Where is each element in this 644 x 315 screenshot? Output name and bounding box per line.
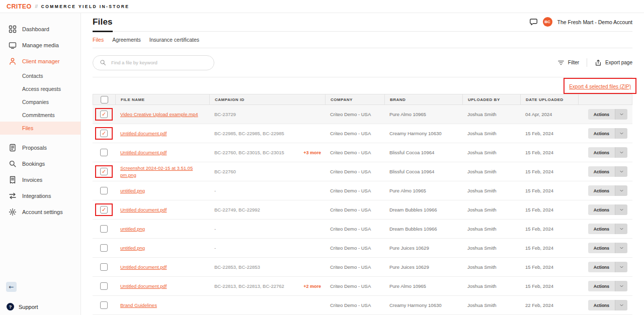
brand-cell: Pure Almo 10965: [384, 105, 462, 124]
actions-button[interactable]: Actions: [588, 281, 615, 291]
sidebar-item-contacts[interactable]: Contacts: [0, 69, 80, 82]
actions-button[interactable]: Actions: [588, 147, 615, 158]
date-uploaded-cell: 15 Feb, 2024: [520, 162, 578, 181]
file-link[interactable]: Video Creative Upload example.mp4: [120, 111, 198, 118]
actions-button[interactable]: Actions: [588, 300, 615, 310]
more-campaigns-link[interactable]: +3 more: [303, 150, 321, 155]
actions-dropdown-toggle[interactable]: [615, 300, 627, 310]
actions-button[interactable]: Actions: [588, 224, 615, 234]
sidebar-item-proposals[interactable]: Proposals: [0, 140, 80, 156]
actions-dropdown-toggle[interactable]: [615, 204, 627, 215]
criteo-logo[interactable]: CRITEO: [7, 3, 32, 10]
filter-button[interactable]: Filter: [557, 59, 579, 66]
date-uploaded-cell: 15 Feb, 2024: [520, 220, 578, 238]
file-link[interactable]: untitled.png: [120, 226, 145, 232]
sidebar-item-access-requests[interactable]: Access requests: [0, 82, 80, 95]
column-header-date-uploaded[interactable]: DATE UPLOADED: [521, 94, 579, 104]
actions-cell: Actions: [578, 200, 632, 219]
row-checkbox[interactable]: [100, 130, 108, 137]
sidebar-item-dashboard[interactable]: Dashboard: [0, 21, 80, 37]
file-link[interactable]: Untitled document.pdf: [120, 264, 167, 270]
sidebar-item-invoices[interactable]: Invoices: [0, 172, 80, 188]
file-link[interactable]: Brand Guidelines: [120, 302, 157, 308]
collapse-sidebar-button[interactable]: ←: [6, 282, 17, 292]
search-box: [93, 55, 214, 70]
row-checkbox[interactable]: [100, 168, 108, 175]
sidebar-item-files[interactable]: Files: [0, 122, 80, 135]
actions-dropdown-toggle[interactable]: [615, 224, 627, 234]
sidebar-item-label: Commitments: [22, 112, 55, 118]
tab-insurance-certificates[interactable]: Insurance certificates: [149, 37, 199, 43]
actions-dropdown-toggle[interactable]: [615, 281, 627, 291]
chevron-down-icon: [619, 265, 624, 269]
row-checkbox[interactable]: [100, 282, 108, 290]
tab-agreements[interactable]: Agreements: [112, 37, 141, 43]
row-checkbox[interactable]: [100, 225, 108, 233]
sidebar-item-commitments[interactable]: Commitments: [0, 109, 80, 122]
more-campaigns-link[interactable]: +2 more: [303, 284, 321, 289]
brand-cell: Pure Juices 10629: [384, 239, 462, 257]
actions-button[interactable]: Actions: [588, 185, 615, 196]
actions-button[interactable]: Actions: [588, 109, 615, 120]
file-link[interactable]: untitled.png: [120, 245, 145, 251]
file-link[interactable]: Untitled document.pdf: [120, 283, 167, 289]
file-link[interactable]: Untitled document.pdf: [120, 149, 167, 156]
row-checkbox[interactable]: [100, 149, 108, 156]
actions-dropdown-toggle[interactable]: [615, 109, 627, 120]
actions-button[interactable]: Actions: [588, 166, 615, 177]
actions-dropdown-toggle[interactable]: [615, 128, 627, 139]
campaign-id-cell: BC-22760: [209, 162, 325, 181]
brand-cell: Creamy Harmony 10630: [384, 296, 462, 314]
row-checkbox[interactable]: [100, 301, 108, 309]
sidebar-nav: DashboardManage mediaClient managerConta…: [0, 21, 80, 220]
avatar[interactable]: BC: [543, 17, 552, 27]
column-header-uploaded-by[interactable]: UPLOADED BY: [463, 94, 521, 104]
sidebar-item-account-settings[interactable]: Account settings: [0, 204, 80, 220]
row-checkbox[interactable]: [100, 187, 108, 194]
chat-icon[interactable]: [529, 18, 538, 26]
sidebar-item-bookings[interactable]: Bookings: [0, 156, 80, 172]
actions-button[interactable]: Actions: [588, 204, 615, 215]
actions-dropdown-toggle[interactable]: [615, 147, 627, 158]
product-name: COMMERCE YIELD IN-STORE: [41, 4, 130, 9]
actions-button[interactable]: Actions: [588, 262, 615, 272]
actions-dropdown-toggle[interactable]: [615, 185, 627, 196]
chevron-down-icon: [619, 131, 624, 136]
column-header-company[interactable]: COMPANY: [326, 94, 385, 104]
row-checkbox[interactable]: [100, 111, 108, 118]
sidebar-item-companies[interactable]: Companies: [0, 95, 80, 109]
tab-files[interactable]: Files: [93, 37, 104, 43]
campaign-ids: BC-22813, BC-22813, BC-22762: [214, 283, 284, 289]
select-all-checkbox[interactable]: [101, 96, 108, 103]
actions-button[interactable]: Actions: [588, 128, 615, 139]
column-header-brand[interactable]: BRAND: [385, 94, 463, 104]
search-input[interactable]: [110, 59, 207, 66]
support-button[interactable]: ? Support: [7, 303, 38, 310]
row-checkbox[interactable]: [100, 206, 108, 214]
table-row: Untitled document.pdfBC-22760, BC-23015,…: [93, 143, 632, 162]
actions-button[interactable]: Actions: [588, 243, 615, 253]
actions-dropdown-toggle[interactable]: [615, 262, 627, 272]
campaign-id-cell: BC-22760, BC-23015, BC-23015+3 more: [209, 143, 325, 162]
column-header-file-name[interactable]: FILE NAME: [116, 94, 210, 104]
sidebar-item-manage-media[interactable]: Manage media: [0, 37, 80, 53]
table-row: Untitled document.pdfBC-22813, BC-22813,…: [93, 277, 632, 296]
date-uploaded-cell: 15 Feb, 2024: [520, 200, 578, 219]
file-link[interactable]: untitled.png: [120, 187, 145, 194]
row-checkbox[interactable]: [100, 244, 108, 252]
checkbox-cell: [93, 124, 115, 143]
file-link[interactable]: Untitled document.pdf: [120, 206, 167, 213]
actions-dropdown-toggle[interactable]: [615, 166, 627, 177]
sidebar-item-integrations[interactable]: Integrations: [0, 188, 80, 204]
account-name[interactable]: The Fresh Mart - Demo Account: [557, 19, 632, 25]
file-link[interactable]: Untitled document.pdf: [120, 130, 167, 137]
export-page-button[interactable]: Export page: [595, 59, 632, 66]
sidebar-item-client-manager[interactable]: Client manager: [0, 53, 80, 69]
column-header-campaign-id[interactable]: CAMPAIGN ID: [210, 94, 326, 104]
row-checkbox[interactable]: [100, 263, 108, 271]
actions-dropdown-toggle[interactable]: [615, 243, 627, 253]
export-selected-link[interactable]: Export 4 selected files (ZIP): [569, 84, 631, 89]
sidebar-item-label: Access requests: [22, 86, 61, 92]
file-link[interactable]: Screenshot 2024-02-15 at 3.51.05 pm.png: [120, 165, 198, 178]
header-right: BC The Fresh Mart - Demo Account: [529, 17, 632, 27]
